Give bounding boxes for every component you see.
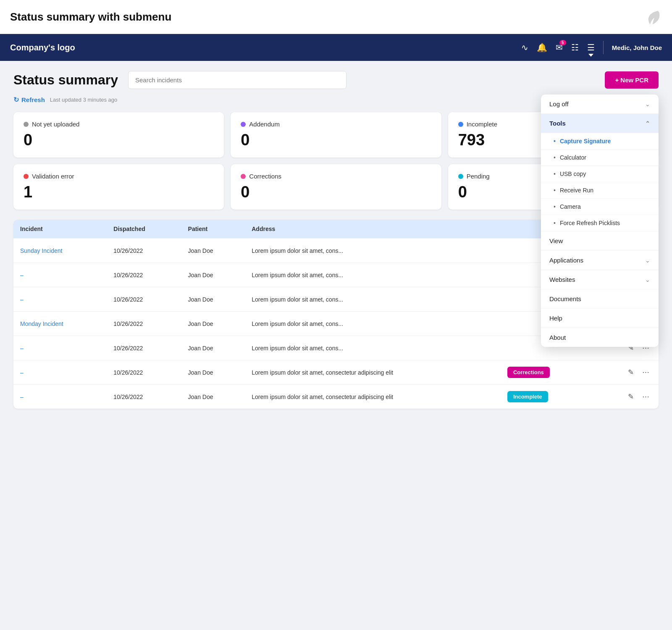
chevron-down-icon: ⌄ [645, 101, 650, 108]
card-value-4: 0 [241, 183, 431, 201]
card-label-4: Corrections [249, 173, 281, 180]
mail-icon[interactable]: ✉ 5 [556, 42, 563, 52]
sub-menu-usb-copy-label: USB copy [560, 171, 586, 177]
address-cell: Lorem ipsum dolor sit amet, cons... [245, 336, 501, 360]
sub-menu-camera-label: Camera [560, 203, 581, 210]
leaf-icon [643, 8, 662, 26]
chevron-down-icon-applications: ⌄ [645, 257, 650, 264]
menu-item-help[interactable]: Help [541, 309, 659, 328]
menu-dropdown-arrow [588, 54, 593, 57]
incident-dash: – [20, 272, 24, 278]
dot-pink [241, 174, 246, 179]
patient-cell: Joan Doe [181, 385, 245, 409]
menu-item-tools-label: Tools [549, 120, 566, 127]
menu-item-logoff-label: Log off [549, 100, 569, 108]
refresh-button[interactable]: ↻ Refresh [13, 96, 45, 104]
sub-menu-force-refresh[interactable]: Force Refresh Picklists [541, 215, 659, 231]
browser-title-bar: Status summary with submenu [0, 0, 672, 34]
status-card-addendum[interactable]: Addendum 0 [231, 112, 441, 158]
col-address: Address [245, 220, 501, 239]
page-header: Status summary + New PCR [13, 71, 659, 89]
action-buttons: ✎⋯ [599, 391, 652, 403]
dispatched-cell: 10/26/2022 [107, 263, 181, 287]
col-patient: Patient [181, 220, 245, 239]
edit-button[interactable]: ✎ [625, 391, 636, 403]
incident-link[interactable]: Monday Incident [20, 320, 63, 327]
dot-red [24, 174, 29, 179]
more-options-button[interactable]: ⋯ [640, 366, 652, 378]
menu-item-documents-label: Documents [549, 295, 581, 302]
patient-cell: Joan Doe [181, 336, 245, 360]
incident-dash: – [20, 369, 24, 376]
dispatched-cell: 10/26/2022 [107, 287, 181, 312]
dot-purple [241, 122, 246, 127]
status-card-not-uploaded[interactable]: Not yet uploaded 0 [13, 112, 224, 158]
new-pcr-button[interactable]: + New PCR [605, 71, 659, 89]
browser-title: Status summary with submenu [10, 10, 171, 24]
incident-link[interactable]: Sunday Incident [20, 247, 62, 254]
patient-cell: Joan Doe [181, 312, 245, 336]
menu-item-help-label: Help [549, 315, 562, 322]
address-cell: Lorem ipsum dolor sit amet, consectetur … [245, 360, 501, 385]
card-label-1: Addendum [249, 121, 280, 128]
search-input[interactable] [128, 71, 346, 89]
patient-cell: Joan Doe [181, 263, 245, 287]
patient-cell: Joan Doe [181, 287, 245, 312]
chevron-up-icon: ⌃ [645, 120, 650, 127]
menu-item-websites-label: Websites [549, 276, 575, 283]
company-logo: Company's logo [10, 43, 75, 52]
dropdown-menu: Log off ⌄ Tools ⌃ Capture Signature Calc… [541, 94, 659, 347]
mail-badge: 5 [559, 40, 566, 45]
refresh-label: Refresh [21, 96, 45, 103]
dot-teal [458, 174, 463, 179]
dot-blue [458, 122, 463, 127]
dispatched-cell: 10/26/2022 [107, 312, 181, 336]
navbar-right: ∿ 🔔 ✉ 5 ☷ ☰ Medic, John Doe [521, 41, 662, 54]
menu-item-logoff[interactable]: Log off ⌄ [541, 94, 659, 114]
address-cell: Lorem ipsum dolor sit amet, cons... [245, 263, 501, 287]
dot-gray [24, 122, 29, 127]
wifi-icon[interactable]: ∿ [521, 42, 528, 52]
navbar: Company's logo ∿ 🔔 ✉ 5 ☷ ☰ Medic, John D… [0, 34, 672, 61]
sub-menu-camera[interactable]: Camera [541, 199, 659, 215]
incident-dash: – [20, 345, 24, 352]
sub-menu-calculator[interactable]: Calculator [541, 150, 659, 166]
table-row: –10/26/2022Joan DoeLorem ipsum dolor sit… [13, 360, 659, 385]
menu-item-tools[interactable]: Tools ⌃ [541, 114, 659, 133]
hamburger-menu-icon[interactable]: ☰ [587, 42, 595, 52]
sub-menu-receive-run[interactable]: Receive Run [541, 182, 659, 199]
actions-cell: ✎⋯ [593, 360, 659, 385]
menu-item-about[interactable]: About [541, 328, 659, 347]
refresh-icon: ↻ [13, 96, 19, 104]
card-label-0: Not yet uploaded [32, 121, 79, 128]
status-card-corrections[interactable]: Corrections 0 [231, 164, 441, 210]
col-dispatched: Dispatched [107, 220, 181, 239]
more-options-button[interactable]: ⋯ [640, 391, 652, 403]
action-buttons: ✎⋯ [599, 366, 652, 378]
card-label-5: Pending [467, 173, 490, 180]
edit-button[interactable]: ✎ [625, 366, 636, 378]
status-badge[interactable]: Incomplete [507, 391, 548, 402]
menu-item-documents[interactable]: Documents [541, 289, 659, 309]
menu-item-websites[interactable]: Websites ⌄ [541, 270, 659, 289]
card-value-1: 0 [241, 131, 431, 149]
sub-menu-receive-run-label: Receive Run [560, 187, 593, 194]
menu-item-view[interactable]: View [541, 231, 659, 251]
page-title: Status summary [13, 72, 118, 88]
status-badge[interactable]: Corrections [507, 367, 550, 378]
sub-menu-usb-copy[interactable]: USB copy [541, 166, 659, 182]
menu-item-view-label: View [549, 237, 563, 244]
dispatched-cell: 10/26/2022 [107, 336, 181, 360]
incident-dash: – [20, 296, 24, 303]
sub-menu-calculator-label: Calculator [560, 154, 586, 161]
status-card-validation-error[interactable]: Validation error 1 [13, 164, 224, 210]
card-value-3: 1 [24, 183, 214, 201]
sub-menu-capture-signature[interactable]: Capture Signature [541, 133, 659, 150]
patient-cell: Joan Doe [181, 360, 245, 385]
menu-item-applications[interactable]: Applications ⌄ [541, 251, 659, 270]
sub-menu-force-refresh-label: Force Refresh Picklists [560, 220, 620, 226]
address-cell: Lorem ipsum dolor sit amet, cons... [245, 239, 501, 263]
filter-icon[interactable]: ☷ [571, 42, 579, 52]
bell-icon[interactable]: 🔔 [537, 42, 547, 52]
card-label-2: Incomplete [467, 121, 497, 128]
